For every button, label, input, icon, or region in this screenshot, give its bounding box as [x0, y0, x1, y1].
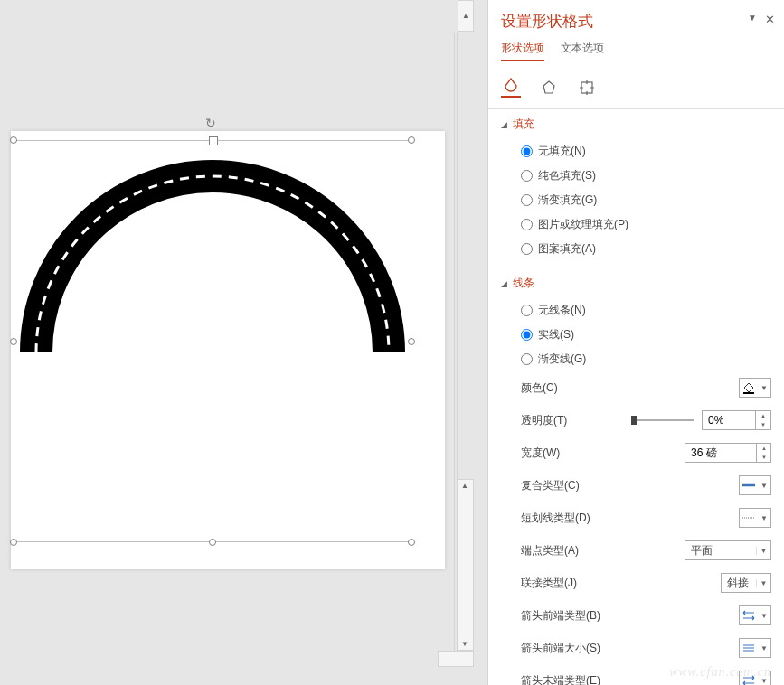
- chevron-down-icon: ▼: [758, 514, 770, 522]
- tab-shape-options[interactable]: 形状选项: [501, 41, 544, 61]
- radio-input[interactable]: [521, 305, 533, 316]
- resize-handle-mr[interactable]: [408, 338, 415, 345]
- chevron-down-icon: ▼: [758, 482, 770, 490]
- arrow-begin-size-dropdown[interactable]: ▼: [739, 638, 771, 658]
- scrollbar-vertical-bottom[interactable]: ▲ ▼: [458, 479, 474, 651]
- join-row: 联接类型(J) 斜接 ▼: [501, 567, 771, 599]
- line-gradient-radio[interactable]: 渐变线(G): [521, 347, 771, 371]
- fill-none-radio[interactable]: 无填充(N): [521, 139, 771, 164]
- dash-line-icon: [740, 509, 758, 527]
- color-row: 颜色(C) ▼: [501, 371, 771, 404]
- paint-bucket-icon: [740, 379, 758, 397]
- arrow-size-icon: [740, 639, 758, 657]
- arrow-begin-type-row: 箭头前端类型(B) ▼: [501, 599, 771, 632]
- arrow-begin-size-row: 箭头前端大小(S) ▼: [501, 632, 771, 664]
- scrollbar-vertical-top[interactable]: ▲: [458, 0, 474, 32]
- chevron-down-icon: ▼: [756, 579, 770, 587]
- watermark: www.cfan.com.cn: [669, 665, 771, 680]
- transparency-spinner[interactable]: ▲▼: [702, 410, 771, 430]
- fill-radio-group: 无填充(N) 纯色填充(S) 渐变填充(G) 图片或纹理填充(P) 图案填充(A…: [501, 139, 771, 261]
- resize-handle-tl[interactable]: [10, 136, 17, 144]
- resize-handle-bm[interactable]: [209, 539, 216, 546]
- chevron-down-icon: ▼: [758, 384, 770, 392]
- width-spinner[interactable]: ▲▼: [685, 443, 771, 463]
- line-radio-group: 无线条(N) 实线(S) 渐变线(G): [501, 298, 771, 371]
- dash-row: 短划线类型(D) ▼: [501, 502, 771, 534]
- arrow-begin-icon: [740, 606, 758, 624]
- size-category-icon[interactable]: [577, 78, 597, 98]
- cap-row: 端点类型(A) 平面 ▼: [501, 534, 771, 567]
- chevron-down-icon: ▼: [756, 547, 770, 555]
- rotate-handle[interactable]: ↻: [205, 116, 216, 130]
- collapse-icon: ◢: [501, 120, 507, 129]
- effects-category-icon[interactable]: [539, 78, 559, 98]
- resize-handle-ml[interactable]: [10, 338, 17, 345]
- line-none-radio[interactable]: 无线条(N): [521, 298, 771, 323]
- spin-up[interactable]: ▲: [757, 444, 771, 453]
- tab-text-options[interactable]: 文本选项: [561, 41, 604, 61]
- join-dropdown[interactable]: 斜接 ▼: [721, 573, 771, 593]
- arch-shape[interactable]: [18, 145, 407, 361]
- transparency-slider[interactable]: [631, 419, 694, 421]
- dash-dropdown[interactable]: ▼: [739, 508, 771, 528]
- radio-input[interactable]: [521, 170, 533, 182]
- fill-picture-radio[interactable]: 图片或纹理填充(P): [521, 212, 771, 237]
- radio-input[interactable]: [521, 329, 533, 341]
- line-solid-radio[interactable]: 实线(S): [521, 323, 771, 347]
- radio-input[interactable]: [521, 243, 533, 255]
- chevron-down-icon: ▼: [758, 612, 770, 620]
- radio-input[interactable]: [521, 353, 533, 365]
- line-section-header[interactable]: ◢ 线条: [501, 276, 771, 291]
- arrow-begin-type-dropdown[interactable]: ▼: [739, 605, 771, 625]
- spin-down[interactable]: ▼: [757, 453, 771, 462]
- resize-handle-bl[interactable]: [10, 539, 17, 546]
- resize-handle-tr[interactable]: [408, 136, 415, 144]
- slider-thumb[interactable]: [631, 416, 637, 425]
- fill-gradient-radio[interactable]: 渐变填充(G): [521, 188, 771, 212]
- cap-dropdown[interactable]: 平面 ▼: [685, 540, 771, 560]
- transparency-row: 透明度(T) ▲▼: [501, 404, 771, 436]
- transparency-input[interactable]: [703, 411, 755, 429]
- fill-section-title: 填充: [513, 117, 534, 132]
- radio-input[interactable]: [521, 145, 533, 157]
- fill-pattern-radio[interactable]: 图案填充(A): [521, 237, 771, 261]
- svg-rect-2: [743, 392, 754, 394]
- panel-title: 设置形状格式: [501, 11, 771, 32]
- panel-header: 设置形状格式 ▼ ✕: [488, 0, 784, 35]
- radio-input[interactable]: [521, 219, 533, 230]
- fill-line-category-icon[interactable]: [501, 78, 521, 98]
- fill-section: ◢ 填充 无填充(N) 纯色填充(S) 渐变填充(G) 图片或纹理填充(P) 图…: [488, 109, 784, 268]
- line-section: ◢ 线条 无线条(N) 实线(S) 渐变线(G) 颜色(C) ▼ 透明度(T) …: [488, 268, 784, 685]
- category-icons: [488, 67, 784, 109]
- width-row: 宽度(W) ▲▼: [501, 436, 771, 469]
- collapse-icon: ◢: [501, 279, 507, 288]
- svg-marker-0: [543, 81, 554, 93]
- resize-handle-br[interactable]: [408, 539, 415, 546]
- canvas-workspace: ▲ ↻ ▲ ▼: [0, 0, 474, 685]
- compound-row: 复合类型(C) ▼: [501, 469, 771, 502]
- radio-input[interactable]: [521, 194, 533, 206]
- compound-line-icon: [740, 476, 758, 494]
- line-section-title: 线条: [513, 276, 534, 291]
- color-picker[interactable]: ▼: [739, 378, 771, 398]
- panel-tabs: 形状选项 文本选项: [488, 35, 784, 67]
- width-input[interactable]: [685, 444, 756, 462]
- compound-dropdown[interactable]: ▼: [739, 475, 771, 495]
- spin-down[interactable]: ▼: [756, 420, 770, 429]
- spin-up[interactable]: ▲: [756, 411, 770, 420]
- format-shape-panel: 设置形状格式 ▼ ✕ 形状选项 文本选项 ◢ 填充 无填充(N) 纯色填充(S)…: [487, 0, 784, 685]
- panel-pin-icon[interactable]: ▼: [748, 13, 757, 23]
- scrollbar-horizontal[interactable]: [438, 651, 474, 667]
- fill-solid-radio[interactable]: 纯色填充(S): [521, 164, 771, 188]
- fill-section-header[interactable]: ◢ 填充: [501, 117, 771, 132]
- close-icon[interactable]: ✕: [765, 13, 775, 26]
- chevron-down-icon: ▼: [758, 644, 770, 652]
